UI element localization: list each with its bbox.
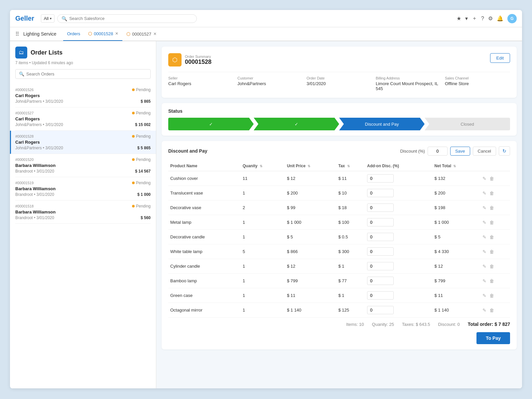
save-button[interactable]: Save [450,147,470,156]
delete-row-icon[interactable]: 🗑 [489,205,494,210]
edit-row-icon[interactable]: ✎ [482,308,486,313]
delete-row-icon[interactable]: 🗑 [489,249,494,254]
product-addon-disc[interactable] [365,303,433,318]
edit-row-icon[interactable]: ✎ [482,220,486,225]
list-item[interactable]: #00001518 Pending Barbara Williamson Bra… [15,200,151,224]
product-unit-price: $ 12 [285,171,336,186]
edit-button[interactable]: Edit [490,53,510,63]
list-item[interactable]: #00001526 Pending Carl Rogers John&Partn… [15,84,151,107]
delete-row-icon[interactable]: 🗑 [489,176,494,181]
product-addon-disc[interactable] [365,230,433,244]
product-net-total: $ 1 140 [433,303,480,318]
product-net-total: $ 200 [433,186,480,200]
notifications-icon[interactable]: 🔔 [497,15,503,22]
edit-row-icon[interactable]: ✎ [482,264,486,269]
product-addon-disc[interactable] [365,171,433,186]
status-dot [132,158,135,161]
left-panel: 🗂 Order Lists 7 items • Updated 6 minute… [10,41,156,388]
billing-label: Billing Address [376,76,441,80]
grid-icon[interactable]: ⠿ [15,31,19,37]
product-addon-disc[interactable] [365,215,433,230]
product-unit-price: $ 1 000 [285,215,336,230]
product-actions: ✎ 🗑 [480,303,510,318]
edit-row-icon[interactable]: ✎ [482,293,486,298]
tab-00001528-icon: ⬡ [88,31,92,36]
product-net-total: $ 11 [433,288,480,303]
delete-row-icon[interactable]: 🗑 [489,308,494,313]
edit-row-icon[interactable]: ✎ [482,191,486,196]
delete-row-icon[interactable]: 🗑 [489,264,494,269]
product-quantity: 1 [241,230,285,244]
delete-row-icon[interactable]: 🗑 [489,234,494,240]
list-item[interactable]: #00001528 Pending Carl Rogers John&Partn… [10,131,156,154]
add-icon[interactable]: ＋ [472,15,477,22]
settings-icon[interactable]: ⚙ [488,15,493,22]
product-addon-disc[interactable] [365,259,433,274]
status-label: Pending [136,134,151,139]
product-addon-disc[interactable] [365,288,433,303]
edit-row-icon[interactable]: ✎ [482,234,486,240]
search-input[interactable] [69,16,193,21]
table-row: Cylinder candle 1 $ 12 $ 1 $ 12 ✎ 🗑 [168,259,510,274]
delete-row-icon[interactable]: 🗑 [489,278,494,284]
to-pay-button[interactable]: To Pay [476,332,510,344]
delete-row-icon[interactable]: 🗑 [489,191,494,196]
delete-row-icon[interactable]: 🗑 [489,220,494,225]
meta-customer: Customer John&Partners [237,76,303,91]
order-id: #00001527 [15,111,34,115]
favorites-dropdown-icon[interactable]: ▾ [465,15,468,22]
tab-00001528[interactable]: ⬡ 00001528 ✕ [84,27,122,41]
product-addon-disc[interactable] [365,186,433,200]
order-status: Pending [132,111,151,115]
product-tax: $ 300 [336,244,365,259]
edit-row-icon[interactable]: ✎ [482,205,486,210]
order-list: #00001526 Pending Carl Rogers John&Partn… [15,84,151,224]
tab-00001527-close-icon[interactable]: ✕ [153,32,157,36]
order-customer-name: Barbara Williamson [15,163,56,168]
list-item[interactable]: #00001519 Pending Barbara Williamson Bra… [15,177,151,200]
product-name: White table lamp [168,244,241,259]
product-addon-disc[interactable] [365,244,433,259]
favorites-icon[interactable]: ★ [457,15,461,22]
list-item[interactable]: #00001527 Pending Carl Rogers John&Partn… [15,107,151,131]
product-tax: $ 11 [336,171,365,186]
edit-row-icon[interactable]: ✎ [482,176,486,181]
order-icon-lg-symbol: ⬡ [172,56,178,64]
order-amount: $ 5 865 [137,146,151,150]
table-row: Metal lamp 1 $ 1 000 $ 100 $ 1 000 ✎ 🗑 [168,215,510,230]
order-detail-card: ⬡ Order Summary 00001528 Edit Seller Car… [162,47,517,98]
search-orders-wrap[interactable]: 🔍 [15,69,151,79]
tab-00001527[interactable]: ⬡ 00001527 ✕ [122,27,161,41]
tab-00001527-icon: ⬡ [126,31,130,37]
delete-row-icon[interactable]: 🗑 [489,293,494,298]
product-quantity: 1 [241,186,285,200]
product-unit-price: $ 11 [285,288,336,303]
global-search-bar[interactable]: 🔍 [57,14,197,23]
edit-row-icon[interactable]: ✎ [482,278,486,284]
cancel-button[interactable]: Cancel [473,147,496,156]
list-item[interactable]: #00001520 Pending Barbara Williamson Bra… [15,154,151,177]
order-amount: $ 1 000 [137,192,151,197]
product-addon-disc[interactable] [365,200,433,215]
seller-value: Carl Rogers [168,81,233,86]
status-step-2: Discount and Pay [339,118,425,130]
avatar[interactable]: G [507,14,517,23]
order-customer-name: Carl Rogers [15,140,40,145]
discount-input[interactable] [428,147,448,156]
product-unit-price: $ 5 [285,230,336,244]
tab-00001528-close-icon[interactable]: ✕ [115,31,118,36]
help-icon[interactable]: ? [481,16,484,22]
footer-items: Items: 10 [346,322,364,327]
customer-label: Customer [237,76,303,80]
order-summary-info: Order Summary 00001528 [185,55,211,66]
search-scope-selector[interactable]: All ▾ [41,14,55,23]
refresh-button[interactable]: ↻ [499,146,510,156]
app-name-tab[interactable]: Lighting Service [23,31,57,37]
right-panel: ⬡ Order Summary 00001528 Edit Seller Car… [156,41,522,388]
status-card: Status ✓✓Discount and PayClosed [162,103,517,136]
edit-row-icon[interactable]: ✎ [482,249,486,254]
tab-orders[interactable]: Orders [63,27,84,41]
product-addon-disc[interactable] [365,274,433,288]
search-orders-input[interactable] [26,71,147,76]
order-amount: $ 14 567 [135,169,151,174]
